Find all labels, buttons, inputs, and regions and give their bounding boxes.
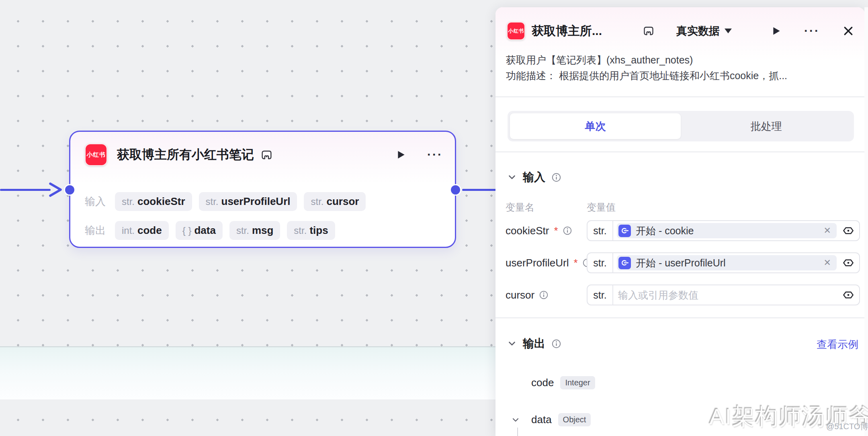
param-label-userProfileUrl: userProfileUrl*: [506, 252, 592, 273]
value-field-cookieStr[interactable]: str. 开始 - cookie ✕: [587, 220, 860, 241]
panel-scrollbar[interactable]: [864, 7, 868, 436]
input-pill: str. cookieStr: [115, 192, 192, 211]
edge-arrow-icon: [48, 182, 63, 197]
input-pill: str. cursor: [304, 192, 366, 211]
pill-name: msg: [252, 224, 273, 237]
reference-value: 开始 - userProfileUrl: [636, 256, 817, 270]
value-field-userProfileUrl[interactable]: str. 开始 - userProfileUrl ✕: [587, 252, 860, 273]
panel-run-button[interactable]: [770, 25, 782, 37]
xiaohongshu-logo-icon: 小红书: [507, 22, 525, 40]
incoming-edge: [0, 189, 51, 191]
input-pill: str. userProfileUrl: [199, 192, 297, 211]
output-pill: { } data: [176, 221, 223, 240]
node-outputs-label: 输出: [85, 223, 108, 237]
param-label-cursor: cursor: [506, 285, 549, 305]
node-output-port[interactable]: [451, 185, 460, 194]
variable-reference-icon: [618, 257, 631, 269]
pill-type: str.: [236, 225, 249, 236]
tree-guide-line: [517, 428, 518, 436]
outgoing-edge: [462, 189, 497, 191]
chevron-down-icon[interactable]: [507, 338, 517, 349]
panel-more-button[interactable]: ···: [804, 27, 820, 35]
node-config-panel: 小红书 获取博主所... 真实数据 ··· 获取用户【笔记列表】(xhs_aut…: [495, 7, 865, 436]
param-name: cursor: [506, 289, 534, 301]
pill-type: str.: [206, 196, 219, 207]
close-icon[interactable]: [842, 25, 854, 37]
pill-name: tips: [309, 224, 328, 237]
output-row-code: code Integer: [531, 376, 595, 389]
value-field-cursor[interactable]: str. 输入或引用参数值: [587, 285, 860, 305]
pill-name: cursor: [327, 195, 359, 208]
required-asterisk: *: [554, 225, 558, 237]
view-example-link[interactable]: 查看示例: [817, 338, 858, 352]
output-section-title: 输出: [523, 336, 545, 351]
info-icon[interactable]: [551, 172, 562, 183]
output-name: code: [531, 377, 554, 389]
param-name: cookieStr: [506, 225, 549, 237]
column-variable-value: 变量值: [587, 201, 616, 214]
chevron-down-icon: [725, 29, 732, 33]
panel-title: 获取博主所...: [532, 23, 643, 39]
param-name: userProfileUrl: [506, 257, 569, 269]
output-pill: str. tips: [287, 221, 335, 240]
remove-reference-icon[interactable]: ✕: [822, 225, 833, 236]
pill-type: { }: [182, 225, 192, 236]
xiaohongshu-logo-icon: 小红书: [85, 143, 107, 166]
node-card-xhs-notes[interactable]: 小红书 获取博主所有小红书笔记 ··· 输入 str. cookieStr st…: [69, 131, 456, 248]
select-node-icon[interactable]: [842, 257, 854, 269]
tab-single[interactable]: 单次: [510, 113, 681, 139]
reference-value: 开始 - cookie: [636, 224, 817, 237]
field-type-prefix: str.: [588, 257, 612, 269]
output-pill: str. msg: [229, 221, 280, 240]
divider: [495, 151, 865, 152]
divider: [612, 253, 613, 272]
remove-reference-icon[interactable]: ✕: [822, 258, 833, 268]
watermark-small-text: @51CTO博客: [826, 421, 868, 432]
node-run-button[interactable]: [394, 149, 406, 161]
panel-description-line2: 功能描述： 根据提供的用户首页地址链接和小红书cookie，抓...: [506, 68, 852, 84]
node-more-button[interactable]: ···: [427, 151, 443, 159]
variable-reference-icon: [618, 225, 631, 237]
reference-chip[interactable]: 开始 - cookie ✕: [617, 223, 837, 238]
chevron-down-icon[interactable]: [507, 172, 517, 182]
pill-type: str.: [294, 225, 307, 236]
required-asterisk: *: [574, 257, 578, 269]
node-inputs-row: 输入 str. cookieStr str. userProfileUrl st…: [85, 192, 366, 211]
info-icon[interactable]: [538, 290, 549, 300]
field-type-prefix: str.: [588, 289, 612, 301]
type-badge: Object: [558, 413, 591, 426]
divider: [612, 221, 613, 240]
select-node-icon[interactable]: [842, 225, 854, 237]
select-node-icon[interactable]: [842, 289, 854, 301]
info-icon[interactable]: [562, 225, 573, 236]
pill-type: str.: [311, 196, 323, 207]
pill-type: int.: [122, 225, 135, 236]
node-outputs-row: 输出 int. code { } data str. msg str. tips: [85, 221, 335, 240]
node-inputs-label: 输入: [85, 194, 108, 209]
data-mode-dropdown[interactable]: 真实数据: [676, 24, 732, 38]
type-badge: Integer: [560, 376, 595, 389]
output-row-data: data Object: [511, 413, 591, 426]
canvas-gradient-band: [0, 346, 495, 399]
pill-name: userProfileUrl: [221, 195, 291, 208]
store-icon: [260, 149, 273, 161]
run-mode-tabs: 单次 批处理: [508, 111, 854, 141]
input-section-title: 输入: [523, 170, 545, 185]
column-variable-name: 变量名: [506, 201, 534, 214]
node-header: 小红书 获取博主所有小红书笔记 ···: [85, 143, 443, 166]
output-name: data: [531, 413, 552, 426]
node-title: 获取博主所有小红书笔记: [117, 146, 254, 163]
value-input-placeholder: 输入或引用参数值: [613, 289, 839, 302]
data-mode-label: 真实数据: [676, 24, 720, 38]
info-icon[interactable]: [551, 338, 562, 349]
field-type-prefix: str.: [588, 225, 612, 237]
reference-chip[interactable]: 开始 - userProfileUrl ✕: [617, 255, 837, 270]
divider: [495, 96, 865, 97]
panel-description-line1: 获取用户【笔记列表】(xhs_auther_notes): [506, 52, 852, 68]
pill-type: str.: [122, 196, 135, 207]
node-input-port[interactable]: [65, 185, 74, 194]
chevron-down-icon[interactable]: [511, 415, 520, 425]
pill-name: code: [137, 224, 162, 237]
tab-batch[interactable]: 批处理: [681, 113, 852, 139]
divider: [495, 317, 865, 318]
